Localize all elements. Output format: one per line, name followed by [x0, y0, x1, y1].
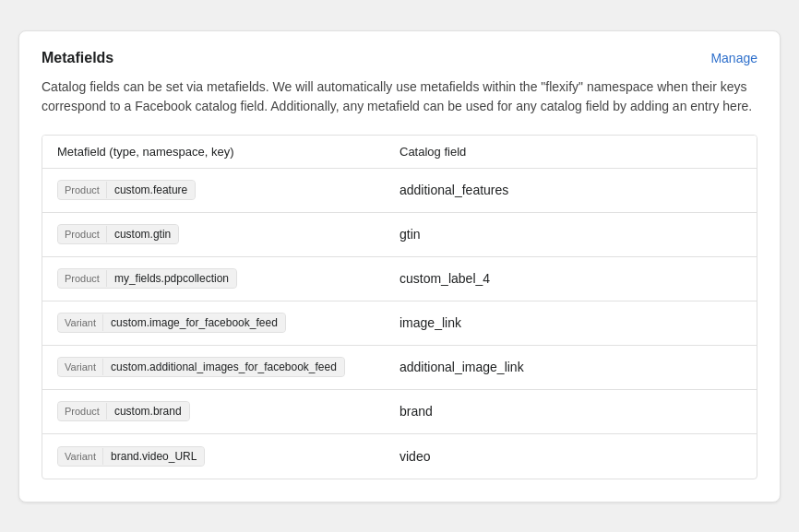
metafield-key: custom.additional_images_for_facebook_fe…: [103, 358, 344, 376]
catalog-field-value: custom_label_4: [400, 271, 490, 286]
metafield-badge: Productmy_fields.pdpcollection: [57, 268, 237, 289]
metafield-key: custom.gtin: [107, 225, 178, 243]
metafields-table: Metafield (type, namespace, key) Catalog…: [42, 135, 757, 479]
metafield-badge: Variantcustom.additional_images_for_face…: [57, 357, 345, 377]
metafield-cell: Variantcustom.image_for_facebook_feed: [57, 313, 400, 333]
col1-header: Metafield (type, namespace, key): [57, 145, 400, 159]
table-row: Productcustom.featureadditional_features: [42, 169, 757, 213]
metafield-key: custom.brand: [107, 402, 189, 420]
catalog-field-cell: additional_features: [400, 183, 742, 197]
metafield-cell: Productmy_fields.pdpcollection: [57, 268, 400, 289]
catalog-field-cell: image_link: [400, 315, 742, 330]
metafield-cell: Variantcustom.additional_images_for_face…: [57, 357, 400, 377]
metafield-type: Product: [58, 403, 107, 420]
table-row: Productcustom.brandbrand: [42, 390, 757, 434]
metafield-type: Variant: [58, 448, 103, 465]
metafield-type: Product: [58, 270, 107, 287]
metafield-cell: Productcustom.brand: [57, 401, 400, 421]
manage-link[interactable]: Manage: [710, 51, 757, 65]
table-row: Productcustom.gtingtin: [42, 213, 757, 257]
metafield-cell: Productcustom.gtin: [57, 224, 400, 244]
card-description: Catalog fields can be set via metafields…: [42, 77, 757, 116]
catalog-field-cell: additional_image_link: [400, 360, 742, 374]
metafield-type: Variant: [58, 314, 103, 331]
catalog-field-value: additional_image_link: [400, 360, 524, 374]
catalog-field-value: video: [400, 449, 430, 464]
metafield-cell: Productcustom.feature: [57, 180, 400, 200]
metafield-badge: Variantbrand.video_URL: [57, 446, 205, 467]
catalog-field-cell: brand: [400, 404, 742, 419]
metafield-type: Product: [58, 182, 107, 198]
card-header: Metafields Manage: [42, 50, 757, 66]
catalog-field-cell: custom_label_4: [400, 271, 742, 286]
catalog-field-cell: video: [400, 449, 742, 464]
table-header: Metafield (type, namespace, key) Catalog…: [42, 136, 757, 169]
metafield-badge: Variantcustom.image_for_facebook_feed: [57, 313, 286, 333]
catalog-field-value: additional_features: [400, 183, 508, 197]
metafield-key: brand.video_URL: [103, 447, 204, 466]
metafield-key: custom.feature: [107, 181, 195, 199]
metafield-type: Variant: [58, 359, 103, 375]
card-title: Metafields: [42, 50, 113, 66]
col2-header: Catalog field: [400, 145, 742, 159]
metafield-key: my_fields.pdpcollection: [107, 269, 236, 288]
metafield-badge: Productcustom.brand: [57, 401, 190, 421]
metafields-card: Metafields Manage Catalog fields can be …: [18, 30, 781, 502]
table-row: Variantcustom.image_for_facebook_feedima…: [42, 301, 757, 346]
table-row: Productmy_fields.pdpcollectioncustom_lab…: [42, 257, 757, 301]
table-row: Variantbrand.video_URLvideo: [42, 434, 757, 479]
metafield-type: Product: [58, 226, 107, 242]
catalog-field-value: gtin: [400, 227, 421, 242]
catalog-field-value: brand: [400, 404, 433, 419]
metafield-badge: Productcustom.gtin: [57, 224, 179, 244]
metafield-key: custom.image_for_facebook_feed: [103, 313, 285, 332]
metafield-cell: Variantbrand.video_URL: [57, 446, 400, 467]
catalog-field-cell: gtin: [400, 227, 742, 242]
catalog-field-value: image_link: [400, 315, 461, 330]
table-body: Productcustom.featureadditional_features…: [42, 169, 757, 479]
metafield-badge: Productcustom.feature: [57, 180, 196, 200]
table-row: Variantcustom.additional_images_for_face…: [42, 346, 757, 390]
